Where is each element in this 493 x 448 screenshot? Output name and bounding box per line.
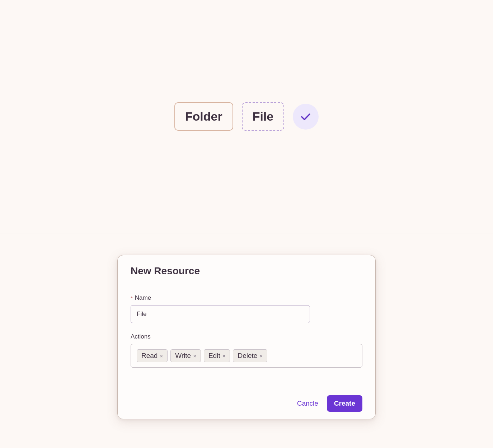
bottom-section: New Resource * Name Actions Read ×	[0, 233, 493, 448]
action-tag-edit: Edit ×	[204, 349, 230, 362]
action-tag-read-remove[interactable]: ×	[160, 353, 163, 359]
actions-field-group: Actions Read × Write × Edit ×	[131, 333, 362, 368]
name-label: * Name	[131, 294, 362, 302]
folder-type-button[interactable]: Folder	[174, 102, 233, 131]
name-label-text: Name	[135, 294, 151, 302]
action-tag-read: Read ×	[137, 349, 168, 362]
action-tag-write: Write ×	[170, 349, 201, 362]
name-field-group: * Name	[131, 294, 362, 323]
dialog-title: New Resource	[131, 265, 362, 277]
dialog-footer: Cancle Create	[118, 388, 375, 419]
actions-container[interactable]: Read × Write × Edit × Delete ×	[131, 344, 362, 368]
confirm-type-button[interactable]	[293, 104, 319, 130]
action-tag-write-label: Write	[175, 352, 191, 360]
cancel-button[interactable]: Cancle	[296, 396, 320, 411]
create-button[interactable]: Create	[327, 395, 362, 412]
action-tag-write-remove[interactable]: ×	[193, 353, 196, 359]
file-type-button[interactable]: File	[242, 102, 285, 131]
actions-label: Actions	[131, 333, 362, 340]
checkmark-icon	[299, 110, 312, 123]
action-tag-read-label: Read	[141, 352, 158, 360]
action-tag-delete: Delete ×	[233, 349, 267, 362]
dialog-header: New Resource	[118, 255, 375, 284]
folder-label: Folder	[185, 109, 222, 123]
action-tag-edit-remove[interactable]: ×	[222, 353, 226, 359]
type-selector-section: Folder File	[0, 0, 493, 233]
new-resource-dialog: New Resource * Name Actions Read ×	[117, 255, 376, 419]
required-star: *	[131, 295, 133, 301]
action-tag-delete-remove[interactable]: ×	[259, 353, 263, 359]
action-tag-delete-label: Delete	[238, 352, 257, 360]
type-selector: Folder File	[174, 102, 319, 131]
dialog-body: * Name Actions Read × Write ×	[118, 284, 375, 388]
file-label: File	[253, 109, 274, 123]
name-input[interactable]	[131, 305, 310, 323]
action-tag-edit-label: Edit	[208, 352, 220, 360]
